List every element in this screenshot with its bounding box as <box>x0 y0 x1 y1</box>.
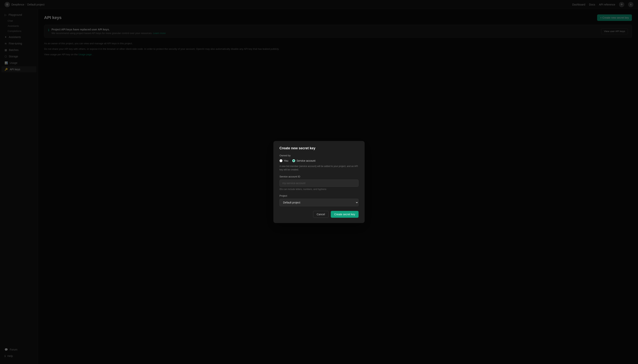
radio-you-input[interactable] <box>279 159 283 162</box>
account-id-label: Service account ID <box>279 175 359 178</box>
owned-by-label: Owned by <box>279 154 359 157</box>
radio-service-input[interactable] <box>292 159 295 162</box>
service-account-hint: A new bot member (service account) will … <box>279 164 359 171</box>
modal-actions: Cancel Create secret key <box>279 211 359 218</box>
radio-you-label: You <box>284 159 288 162</box>
account-id-hint: IDs can include letters, numbers, and hy… <box>279 188 359 190</box>
owned-by-radio-group: You Service account <box>279 159 359 162</box>
project-label: Project <box>279 194 359 197</box>
radio-service-label: Service account <box>297 159 316 162</box>
service-account-id-input[interactable] <box>279 180 359 187</box>
radio-option-you[interactable]: You <box>279 159 288 162</box>
radio-option-service[interactable]: Service account <box>292 159 316 162</box>
create-key-modal: Create new secret key Owned by You Servi… <box>273 141 365 223</box>
cancel-button[interactable]: Cancel <box>313 211 329 218</box>
project-select[interactable]: Default project <box>279 199 359 206</box>
modal-overlay[interactable]: Create new secret key Owned by You Servi… <box>0 0 638 364</box>
modal-title: Create new secret key <box>279 146 359 150</box>
create-secret-key-button[interactable]: Create secret key <box>331 211 359 218</box>
